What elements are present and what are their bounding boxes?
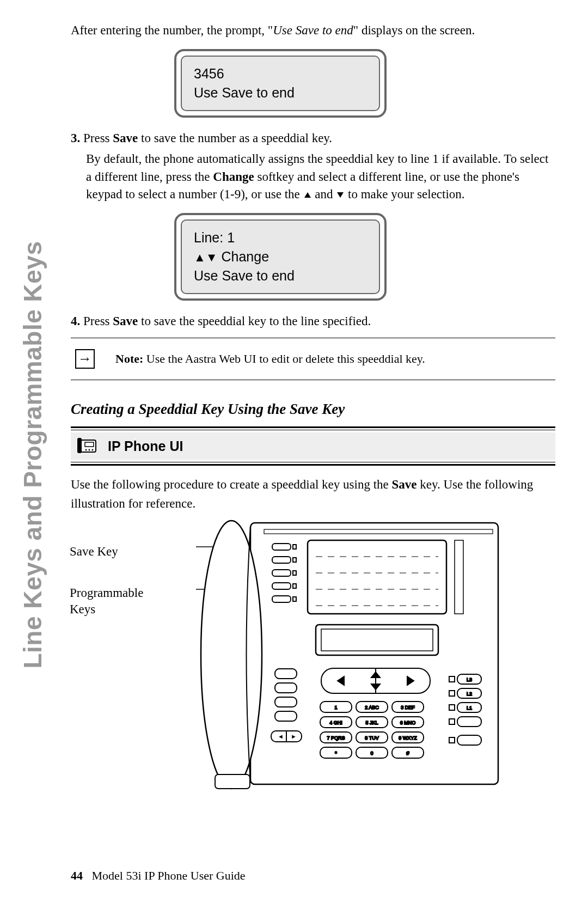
phone-icon	[76, 437, 99, 455]
svg-text:3 DEF: 3 DEF	[401, 705, 415, 710]
svg-rect-40	[275, 683, 297, 693]
step4-num: 4.	[71, 314, 80, 328]
svg-rect-24	[293, 597, 296, 601]
svg-point-5	[85, 449, 87, 451]
intro-paragraph: After entering the number, the prompt, "…	[71, 22, 555, 39]
step3-lead: Press	[83, 131, 113, 145]
intro-post: " displays on the screen.	[353, 23, 475, 37]
svg-text:L1: L1	[467, 705, 472, 711]
svg-rect-84	[215, 774, 250, 789]
dbl-rule	[71, 430, 555, 430]
divider	[71, 380, 555, 380]
svg-point-13	[201, 521, 262, 789]
phone-diagram-icon: ◄ ► 1 2 ABC 3 DEF 4 GHI 5 JKL 6 MNO 7 PQ…	[196, 518, 506, 796]
svg-point-7	[92, 449, 94, 451]
step3-and: and	[315, 187, 336, 201]
proc-t1: Use the following procedure to create a …	[71, 478, 392, 491]
svg-text:L2: L2	[467, 691, 472, 697]
svg-text:L3: L3	[467, 677, 472, 682]
step3-num: 3.	[71, 131, 80, 145]
svg-rect-81	[457, 717, 481, 727]
svg-rect-16	[293, 545, 296, 549]
svg-text:◄: ◄	[278, 733, 284, 740]
svg-rect-22	[293, 584, 296, 588]
svg-rect-21	[272, 583, 291, 589]
lcd-inner-2: Line: 1 ▲▼ Change Use Save to end	[181, 219, 380, 294]
note-label: Note:	[115, 352, 146, 365]
svg-rect-42	[275, 711, 297, 721]
step3-b2: Change	[213, 170, 254, 184]
step4-lead: Press	[83, 314, 113, 328]
footer: 44 Model 53i IP Phone User Guide	[71, 869, 246, 883]
svg-rect-19	[272, 570, 291, 576]
svg-point-6	[89, 449, 90, 451]
svg-text:6 MNO: 6 MNO	[400, 720, 416, 725]
svg-marker-1	[337, 192, 344, 198]
lcd1-line2: Use Save to end	[194, 83, 367, 102]
callout-prog2: Keys	[70, 602, 95, 616]
dbl-rule	[71, 462, 555, 462]
svg-rect-41	[275, 697, 297, 707]
svg-text:9 WXYZ: 9 WXYZ	[399, 735, 417, 741]
svg-text:5 JKL: 5 JKL	[365, 720, 378, 725]
svg-text:7 PQRS: 7 PQRS	[327, 735, 345, 741]
svg-text:►: ►	[291, 733, 297, 740]
lcd-display-2: Line: 1 ▲▼ Change Use Save to end	[174, 213, 387, 301]
svg-rect-83	[457, 735, 481, 745]
svg-rect-39	[275, 669, 297, 679]
lcd-display-1: 3456 Use Save to end	[174, 49, 387, 118]
intro-pre: After entering the number, the prompt, "	[71, 23, 273, 37]
lcd-inner-1: 3456 Use Save to end	[181, 56, 380, 111]
procedure-intro: Use the following procedure to create a …	[71, 475, 555, 513]
intro-em: Use Save to end	[273, 23, 353, 37]
svg-rect-74	[449, 691, 455, 696]
svg-rect-71	[449, 676, 455, 682]
ip-phone-ui-bar: IP Phone UI	[71, 432, 555, 460]
arrow-right-icon: →	[75, 349, 95, 369]
svg-rect-80	[449, 719, 455, 724]
lcd2-arrows: ▲▼	[194, 251, 218, 264]
svg-rect-15	[272, 544, 291, 550]
dbl-rule	[71, 426, 555, 428]
footer-title: Model 53i IP Phone User Guide	[92, 869, 246, 882]
svg-text:#: #	[406, 751, 409, 756]
page-number: 44	[71, 869, 83, 882]
section-heading: Creating a Speeddial Key Using the Save …	[71, 401, 555, 418]
svg-rect-17	[272, 557, 291, 563]
callout-prog: Programmable Keys	[70, 585, 143, 618]
phone-illustration: Save Key Programmable Keys	[71, 521, 555, 798]
dbl-rule	[71, 464, 555, 466]
svg-text:2 ABC: 2 ABC	[365, 705, 379, 710]
step-3-body: By default, the phone automatically assi…	[71, 150, 555, 203]
callout-save: Save Key	[70, 544, 118, 560]
step-4: 4. Press Save to save the speeddial key …	[71, 313, 555, 330]
svg-rect-20	[293, 571, 296, 575]
lcd2-line3: Use Save to end	[194, 266, 367, 285]
svg-rect-18	[293, 558, 296, 562]
up-tri-icon	[303, 191, 312, 199]
step3-b1: Save	[113, 131, 138, 145]
note-body: Use the Aastra Web UI to edit or delete …	[146, 352, 425, 365]
note-text: Note: Use the Aastra Web UI to edit or d…	[115, 352, 425, 366]
svg-rect-25	[308, 540, 446, 614]
svg-text:8 TUV: 8 TUV	[365, 735, 378, 741]
svg-rect-3	[77, 438, 82, 453]
svg-rect-77	[449, 705, 455, 710]
step4-t1: to save the speeddial key to the line sp…	[138, 314, 371, 328]
svg-text:4 GHI: 4 GHI	[329, 720, 342, 725]
side-tab: Line Keys and Programmable Keys	[18, 210, 47, 700]
step3-t1: to save the number as a speeddial key.	[138, 131, 332, 145]
ui-bar-label: IP Phone UI	[108, 438, 183, 454]
note-row: → Note: Use the Aastra Web UI to edit or…	[71, 346, 555, 372]
svg-marker-0	[304, 192, 311, 198]
lcd1-line1: 3456	[194, 64, 367, 83]
step4-b1: Save	[113, 314, 138, 328]
svg-rect-82	[449, 737, 455, 743]
svg-text:1: 1	[334, 705, 337, 710]
callout-prog1: Programmable	[70, 586, 143, 600]
lcd2-line1: Line: 1	[194, 228, 367, 247]
svg-rect-23	[272, 596, 291, 602]
svg-text:*: *	[335, 751, 337, 756]
svg-text:0: 0	[370, 751, 373, 756]
down-tri-icon	[336, 191, 345, 199]
